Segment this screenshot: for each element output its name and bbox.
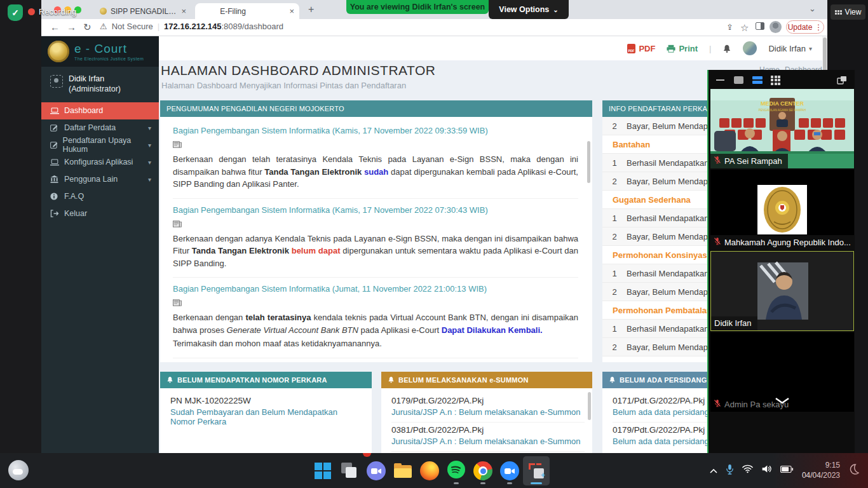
collapse-strip-chevron-icon[interactable] — [775, 395, 790, 407]
participant-name: Didik Irfan — [714, 318, 752, 328]
taskbar-chat-button[interactable] — [363, 456, 390, 485]
chevron-icon: ▾ — [148, 125, 151, 132]
sidebar: e - Court The Electronics Justice System… — [41, 36, 159, 453]
microphone-tray-icon[interactable] — [726, 464, 734, 477]
announcement-item: Bagian Pengembangan Sistem Informatika (… — [173, 199, 578, 278]
strip-view-icon[interactable] — [752, 75, 763, 85]
sidebar-item-pendaftaran-upaya-hukum[interactable]: Pendaftaran Upaya Hukum▾ — [41, 137, 159, 154]
notifications-bell-icon[interactable] — [722, 44, 731, 53]
participant-tile-mahkamah-agung-republik-indo-[interactable]: Mahkamah Agung Republik Indo... — [710, 170, 854, 250]
new-tab-button[interactable]: + — [308, 4, 314, 15]
bookmark-star-icon[interactable]: ☆ — [740, 22, 749, 34]
sidebar-user-name: Didik Irfan — [69, 74, 121, 85]
tab-sipp[interactable]: SIPP PENGADILAN NEGERI MC × — [95, 3, 191, 19]
announcement-item: Bagian Pengembangan Sistem Informatika (… — [173, 278, 578, 358]
sidebar-item-keluar[interactable]: Keluar — [41, 205, 159, 222]
sidebar-item-dashboard[interactable]: Dashboard — [41, 102, 159, 119]
tab-efiling[interactable]: E-Filing × — [195, 3, 299, 19]
clock[interactable]: 9:15 04/04/2023 — [802, 460, 840, 480]
chrome-icon — [473, 461, 492, 480]
share-icon[interactable]: ⇪ — [726, 22, 733, 32]
newspaper-icon — [173, 219, 578, 230]
profile-avatar[interactable] — [743, 41, 757, 55]
file-explorer-icon — [394, 465, 412, 479]
page-subtitle: Halaman Dashboard Menyajikan Informasi P… — [161, 81, 406, 90]
participant-tile-didik-irfan[interactable]: Didik Irfan — [710, 251, 854, 331]
announcement-title-link[interactable]: Bagian Pengembangan Sistem Informatika (… — [173, 126, 578, 135]
pdf-button[interactable]: PDF — [627, 44, 655, 53]
battery-icon[interactable] — [780, 464, 794, 476]
security-shield-icon[interactable]: ✓ — [8, 4, 23, 21]
url-divider: | — [158, 22, 159, 31]
chevron-icon: ▾ — [148, 142, 151, 149]
brand-title: e - Court — [74, 42, 144, 56]
browser-profile-avatar[interactable] — [770, 21, 782, 33]
security-label: Not Secure — [112, 22, 153, 31]
sidebar-item-daftar-perdata[interactable]: Daftar Perdata▾ — [41, 119, 159, 137]
zoom-view-button[interactable]: View — [831, 4, 865, 20]
taskbar-file-explorer-button[interactable] — [390, 456, 416, 485]
taskbar-start-button[interactable] — [309, 456, 336, 485]
tab-overflow-chevron-icon[interactable]: ⌄ — [809, 4, 816, 13]
browser-menu-icon[interactable]: ⋮ — [815, 23, 822, 32]
volume-icon[interactable] — [761, 464, 772, 476]
grid-icon — [835, 10, 842, 15]
reload-button[interactable]: ↻ — [83, 22, 92, 33]
tab-close-icon[interactable]: × — [289, 6, 294, 16]
browser-toolbar: ← → ↻ ⚠ Not Secure | 172.16.212.145:8089… — [41, 19, 827, 36]
taskbar-spotify-button[interactable] — [443, 456, 470, 485]
wifi-icon[interactable] — [742, 464, 753, 476]
case-note[interactable]: Jurusita/JSP A.n : Belum melaksanakan e-… — [391, 437, 585, 446]
side-panel-icon[interactable] — [756, 22, 764, 30]
panel-header: BELUM MELAKSANAKAN e-SUMMON — [381, 372, 592, 388]
sidebar-item-pengguna-lain[interactable]: Pengguna Lain▾ — [41, 171, 159, 188]
sidebar-item-f-a-q[interactable]: F.A.Q — [41, 188, 159, 205]
brand-subtitle: The Electronics Justice System — [74, 57, 144, 61]
pdf-icon — [627, 44, 635, 53]
case-note[interactable]: Sudah Pembayaran dan Belum Mendapatkan N… — [170, 407, 364, 426]
case-item[interactable]: PN MJK-10202225WSudah Pembayaran dan Bel… — [170, 393, 364, 431]
tray-chevron-up-icon[interactable] — [710, 464, 717, 476]
case-note[interactable]: Jurusita/JSP A.n : Belum melaksanakan e-… — [391, 407, 585, 417]
back-button[interactable]: ← — [50, 22, 60, 32]
taskbar-zoom-button[interactable] — [496, 456, 523, 485]
popout-icon[interactable] — [837, 75, 847, 85]
taskbar-snipping-tool-button[interactable]: + — [523, 456, 550, 485]
firefox-icon — [420, 461, 439, 480]
tab-close-icon[interactable]: × — [181, 6, 186, 16]
case-item[interactable]: 0179/Pdt.G/2022/PA.PkjJurusita/JSP A.n :… — [391, 393, 585, 423]
weather-widget-icon[interactable] — [8, 460, 29, 480]
panel-scrollbar[interactable] — [588, 392, 591, 420]
chrome-update-button[interactable]: Update ⋮ — [786, 20, 824, 34]
panel-scrollbar[interactable] — [587, 141, 590, 183]
case-number: 0381/Pdt.G/2022/PA.Pkj — [391, 425, 585, 435]
brand[interactable]: e - Court The Electronics Justice System — [41, 36, 159, 67]
address-bar[interactable]: ⚠ Not Secure | 172.16.212.145:8089/dashb… — [100, 22, 283, 31]
print-button[interactable]: Print — [667, 44, 698, 53]
tray-time: 9:15 — [802, 460, 840, 470]
sidebar-item-konfigurasi-aplikasi[interactable]: Konfigurasi Aplikasi▾ — [41, 154, 159, 171]
svg-text:MEDIA CENTER: MEDIA CENTER — [761, 100, 804, 107]
forward-button[interactable]: → — [67, 22, 76, 32]
bank-icon — [50, 175, 64, 183]
taskbar-task-view-button[interactable] — [336, 456, 363, 485]
newspaper-icon — [173, 297, 578, 309]
announcement-title-link[interactable]: Bagian Pengembangan Sistem Informatika (… — [173, 205, 578, 215]
speaker-view-icon[interactable] — [734, 75, 743, 85]
panel-body: 0179/Pdt.G/2022/PA.PkjJurusita/JSP A.n :… — [381, 388, 592, 453]
taskbar-firefox-button[interactable] — [416, 456, 443, 485]
participant-tile-pa-sei-rampah[interactable]: MEDIA CENTERPENGADILAN AGAMA SEI RAMPAHP… — [710, 89, 854, 168]
sidebar-menu: DashboardDaftar Perdata▾Pendaftaran Upay… — [41, 102, 159, 222]
announcement-title-link[interactable]: Bagian Pengembangan Sistem Informatika (… — [173, 284, 578, 294]
spotify-icon — [447, 460, 466, 482]
taskbar-chrome-button[interactable] — [470, 456, 496, 485]
case-item[interactable]: 0381/Pdt.G/2022/PA.PkjJurusita/JSP A.n :… — [391, 423, 585, 452]
minimize-strip-icon[interactable] — [716, 75, 724, 85]
gallery-view-icon[interactable] — [771, 75, 780, 85]
snipping-tool-icon: + — [529, 463, 544, 478]
divider: | — [709, 44, 711, 53]
participant-name: PA Sei Rampah — [724, 156, 782, 166]
user-menu[interactable]: Didik Irfan▾ — [768, 44, 812, 53]
night-mode-moon-icon[interactable] — [848, 464, 859, 477]
view-options-button[interactable]: View Options ⌄ — [489, 0, 569, 19]
